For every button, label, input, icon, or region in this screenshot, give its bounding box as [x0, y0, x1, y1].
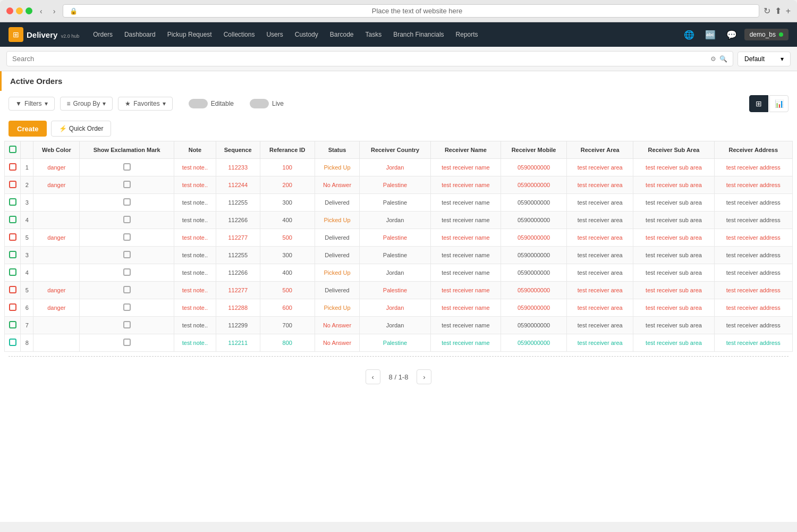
table-row[interactable]: 4 test note.. 112266 400 Picked Up Jorda… [5, 264, 793, 282]
table-row[interactable]: 4 test note.. 112266 400 Picked Up Jorda… [5, 212, 793, 229]
close-dot[interactable] [6, 7, 13, 14]
excl-checkbox[interactable] [123, 163, 131, 171]
row-country: Palestine [360, 282, 430, 299]
quick-order-button[interactable]: ⚡ Quick Order [51, 121, 111, 137]
row-num: 5 [21, 229, 33, 247]
table-row[interactable]: 7 test note.. 112299 700 No Answer Jorda… [5, 317, 793, 334]
row-mobile: 0590000000 [501, 159, 567, 176]
row-checkbox[interactable] [9, 303, 16, 311]
row-checkbox[interactable] [9, 181, 16, 188]
favorites-button[interactable]: ★ Favorites ▾ [118, 97, 172, 111]
settings-icon[interactable]: ⚙ [710, 55, 716, 63]
row-receiver-name: test receiver name [430, 247, 501, 264]
excl-checkbox[interactable] [123, 321, 131, 328]
nav-item-barcode[interactable]: Barcode [325, 29, 359, 40]
table-row[interactable]: 1 danger test note.. 112233 100 Picked U… [5, 159, 793, 176]
row-checkbox[interactable] [9, 198, 16, 206]
chat-icon[interactable]: 💬 [723, 26, 740, 43]
list-view-button[interactable]: ⊞ [749, 95, 768, 112]
nav-item-branch-financials[interactable]: Branch Financials [388, 29, 449, 40]
create-button[interactable]: Create [9, 121, 47, 137]
excl-checkbox[interactable] [123, 216, 131, 223]
row-checkbox[interactable] [9, 286, 16, 293]
row-checkbox[interactable] [9, 268, 16, 276]
row-show-excl [80, 299, 174, 317]
excl-checkbox[interactable] [123, 339, 131, 346]
nav-item-tasks[interactable]: Tasks [360, 29, 387, 40]
excl-checkbox[interactable] [123, 181, 131, 188]
row-checkbox[interactable] [9, 163, 16, 171]
minimize-dot[interactable] [16, 7, 23, 14]
table-row[interactable]: 5 danger test note.. 112277 500 Delivere… [5, 282, 793, 299]
row-web-color [33, 212, 80, 229]
nav-item-reports[interactable]: Reports [451, 29, 484, 40]
row-receiver-name: test receiver name [430, 317, 501, 334]
row-mobile: 0590000000 [501, 317, 567, 334]
excl-checkbox[interactable] [123, 233, 131, 241]
excl-checkbox[interactable] [123, 268, 131, 276]
nav-item-collections[interactable]: Collections [218, 29, 260, 40]
row-checkbox[interactable] [9, 251, 16, 258]
nav-item-dashboard[interactable]: Dashboard [119, 29, 161, 40]
table-row[interactable]: 3 test note.. 112255 300 Delivered Pales… [5, 247, 793, 264]
back-button[interactable]: ‹ [37, 6, 46, 16]
nav-item-orders[interactable]: Orders [88, 29, 118, 40]
address-text[interactable]: Place the text of website here [82, 7, 752, 15]
row-area: test receiver area [567, 282, 633, 299]
header-checkbox[interactable] [9, 146, 16, 153]
row-address: test receiver address [714, 317, 792, 334]
nav-item-custody[interactable]: Custody [290, 29, 324, 40]
next-page-button[interactable]: › [417, 369, 431, 384]
row-mobile: 0590000000 [501, 282, 567, 299]
excl-checkbox[interactable] [123, 303, 131, 311]
row-country: Jordan [360, 159, 430, 176]
row-sequence: 112266 [216, 212, 260, 229]
chart-view-button[interactable]: 📊 [769, 95, 788, 112]
row-address: test receiver address [714, 334, 792, 352]
row-area: test receiver area [567, 264, 633, 282]
row-web-color: danger [33, 159, 80, 176]
maximize-dot[interactable] [26, 7, 32, 14]
prev-page-button[interactable]: ‹ [366, 369, 380, 384]
live-toggle[interactable] [250, 99, 269, 108]
browser-chrome: ‹ › 🔒 Place the text of website here ↻ ⬆… [0, 0, 797, 22]
default-select[interactable]: Default ▾ [737, 52, 791, 66]
table-row[interactable]: 5 danger test note.. 112277 500 Delivere… [5, 229, 793, 247]
nav-item-users[interactable]: Users [261, 29, 288, 40]
user-badge[interactable]: demo_bs [744, 29, 788, 40]
row-checkbox[interactable] [9, 321, 16, 328]
row-country: Jordan [360, 212, 430, 229]
editable-toggle[interactable] [189, 99, 208, 108]
row-checkbox[interactable] [9, 233, 16, 241]
row-note: test note.. [174, 334, 216, 352]
col-sub-area: Receiver Sub Area [633, 141, 714, 159]
col-name: Receiver Name [430, 141, 501, 159]
row-sub-area: test receiver sub area [633, 247, 714, 264]
col-status: Status [315, 141, 360, 159]
search-input[interactable] [12, 55, 706, 63]
nav-item-pickup[interactable]: Pickup Request [162, 29, 217, 40]
row-country: Palestine [360, 176, 430, 194]
reload-button[interactable]: ↻ [764, 6, 770, 16]
row-checkbox-cell [5, 317, 21, 334]
filters-button[interactable]: ▼ Filters ▾ [9, 97, 55, 111]
col-country: Receiver Country [360, 141, 430, 159]
group-by-button[interactable]: ≡ Group By ▾ [60, 97, 113, 111]
table-row[interactable]: 8 test note.. 112211 800 No Answer Pales… [5, 334, 793, 352]
translate-icon[interactable]: 🔤 [702, 26, 719, 43]
table-row[interactable]: 6 danger test note.. 112288 600 Picked U… [5, 299, 793, 317]
excl-checkbox[interactable] [123, 198, 131, 206]
excl-checkbox[interactable] [123, 286, 131, 293]
row-checkbox[interactable] [9, 339, 16, 346]
new-tab-button[interactable]: + [786, 6, 791, 16]
globe-icon[interactable]: 🌐 [681, 26, 698, 43]
table-row[interactable]: 2 danger test note.. 112244 200 No Answe… [5, 176, 793, 194]
search-icon[interactable]: 🔍 [719, 55, 727, 63]
share-button[interactable]: ⬆ [775, 6, 782, 16]
row-checkbox[interactable] [9, 216, 16, 223]
row-mobile: 0590000000 [501, 176, 567, 194]
row-status: No Answer [315, 334, 360, 352]
excl-checkbox[interactable] [123, 251, 131, 258]
table-row[interactable]: 3 test note.. 112255 300 Delivered Pales… [5, 194, 793, 212]
forward-button[interactable]: › [50, 6, 59, 16]
